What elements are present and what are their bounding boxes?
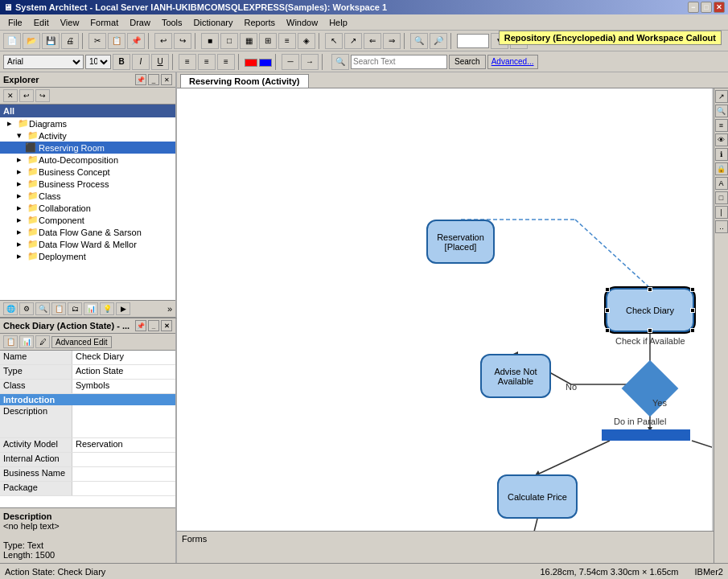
exp-bot-8[interactable]: ▶ [116,302,130,315]
align-left[interactable]: ≡ [179,54,196,70]
tree-item-diagrams[interactable]: ▸ 📁 Diagrams [0,117,175,129]
prop-close[interactable]: ✕ [161,320,172,331]
prop-value-business-name[interactable] [72,467,175,481]
color-btn[interactable] [245,59,257,67]
shape-advise-not[interactable]: Advise NotAvailable [480,354,551,398]
prop-value-internal-action[interactable] [72,453,175,466]
italic-btn[interactable]: I [132,54,150,70]
align-right[interactable]: ≡ [217,54,235,70]
tb-undo[interactable]: ↩ [154,33,172,49]
tree-item-reserving-room[interactable]: ⬛ Reserving Room [0,142,175,154]
rt-lock[interactable]: 🔒 [715,162,728,175]
tb-b3[interactable]: ▦ [240,33,257,49]
menu-dictionary[interactable]: Dictionary [189,16,238,29]
exp-bot-4[interactable]: 📋 [51,302,66,315]
align-center[interactable]: ≡ [198,54,216,70]
tree-item-business-concept[interactable]: ▸ 📁 Business Concept [0,166,175,178]
exp-bot-2[interactable]: ⚙ [19,302,34,315]
shape-reservation[interactable]: Reservation[Placed] [426,220,495,264]
prop-pin[interactable]: 📌 [135,320,146,331]
explorer-close[interactable]: ✕ [161,74,172,85]
shape-calculate[interactable]: Calculate Price [497,474,578,519]
prop-value-name[interactable]: Check Diary [72,351,175,364]
exp-bot-6[interactable]: 📊 [84,302,98,315]
tree-item-dfd-gane[interactable]: ▸ 📁 Data Flow Gane & Sarson [0,226,175,238]
diagram-tab-reserving-room[interactable]: Reserving Room (Activity) [180,74,309,88]
rt-arrow[interactable]: ↗ [715,90,728,103]
tb-copy[interactable]: 📋 [108,33,125,49]
menu-tools[interactable]: Tools [157,16,187,29]
menu-help[interactable]: Help [324,16,352,29]
tb-save[interactable]: 💾 [42,33,60,49]
menu-format[interactable]: Format [85,16,123,29]
explorer-pin[interactable]: 📌 [135,74,146,85]
menu-view[interactable]: View [56,16,84,29]
tb-c3[interactable]: ⇐ [364,33,381,49]
prop-value-class[interactable]: Symbols [72,380,175,393]
prop-value-type[interactable]: Action State [72,365,175,379]
exp-bot-7[interactable]: 💡 [100,302,114,315]
rt-layers[interactable]: ≡ [715,119,728,132]
font-size-select[interactable]: 10 [85,55,111,69]
prop-tb-2[interactable]: 📊 [19,335,34,348]
tb-new[interactable]: 📄 [3,33,21,49]
exp-tb-3[interactable]: ↪ [35,89,50,102]
menu-edit[interactable]: Edit [29,16,54,29]
advanced-button[interactable]: Advanced... [487,55,538,69]
tree-item-deployment[interactable]: ▸ 📁 Deployment [0,250,175,262]
tree-item-auto-decomp[interactable]: ▸ 📁 Auto-Decomposition [0,154,175,166]
exp-tb-1[interactable]: ✕ [3,89,18,102]
rt-info[interactable]: ℹ [715,148,728,161]
font-select[interactable]: Arial [3,55,84,69]
shape-check-diary[interactable]: Check Diary [606,288,694,332]
close-button[interactable]: ✕ [714,2,725,13]
menu-window[interactable]: Window [282,16,323,29]
menu-reports[interactable]: Reports [239,16,280,29]
rt-line[interactable]: | [715,206,728,219]
zoom-input[interactable]: 88% [457,34,489,48]
prop-tb-3[interactable]: 🖊 [35,335,50,348]
tb-c1[interactable]: ↖ [325,33,343,49]
shape-diamond[interactable] [622,360,679,417]
arrow-btn[interactable]: → [301,54,319,70]
rt-text[interactable]: A [715,177,728,190]
tree-item-activity[interactable]: ▾ 📁 Activity [0,129,175,142]
menu-draw[interactable]: Draw [125,16,155,29]
search-button[interactable]: Search [449,55,486,69]
rt-rect[interactable]: □ [715,191,728,204]
tree-item-business-process[interactable]: ▸ 📁 Business Process [0,178,175,190]
tb-b5[interactable]: ≡ [278,33,296,49]
tree-item-dfd-ward[interactable]: ▸ 📁 Data Flow Ward & Mellor [0,238,175,250]
prop-tb-1[interactable]: 📋 [3,335,18,348]
exp-bot-1[interactable]: 🌐 [3,302,18,315]
maximize-button[interactable]: □ [701,2,712,13]
tb-c4[interactable]: ⇒ [383,33,401,49]
line-btn[interactable]: ─ [282,54,299,70]
fill-btn[interactable] [259,59,272,67]
tb-d2[interactable]: 🔎 [430,33,447,49]
tb-redo[interactable]: ↪ [174,33,191,49]
tree-item-collab[interactable]: ▸ 📁 Collaboration [0,202,175,214]
tb-paste[interactable]: 📌 [127,33,145,49]
tb-b6[interactable]: ◈ [298,33,315,49]
tb-print[interactable]: 🖨 [61,33,79,49]
minimize-button[interactable]: − [688,2,699,13]
tb-b2[interactable]: □ [220,33,238,49]
prop-value-activity-model[interactable]: Reservation [72,438,175,452]
tb-open[interactable]: 📂 [23,33,40,49]
exp-bot-5[interactable]: 🗂 [68,302,82,315]
tb-cut[interactable]: ✂ [88,33,106,49]
prop-value-package[interactable] [72,482,175,495]
menu-file[interactable]: File [3,16,27,29]
tree-item-class[interactable]: ▸ 📁 Class [0,190,175,202]
exp-bot-3[interactable]: 🔍 [35,302,50,315]
prop-minimize[interactable]: _ [148,320,159,331]
forms-tab[interactable]: Forms [177,531,714,545]
advanced-edit-btn[interactable]: Advanced Edit [51,336,112,348]
shape-parallel-bar[interactable] [602,429,690,441]
tb-b1[interactable]: ■ [201,33,219,49]
search-input[interactable] [351,55,447,69]
bold-btn[interactable]: B [113,54,130,70]
tb-b4[interactable]: ⊞ [259,33,277,49]
tb-d1[interactable]: 🔍 [410,33,428,49]
